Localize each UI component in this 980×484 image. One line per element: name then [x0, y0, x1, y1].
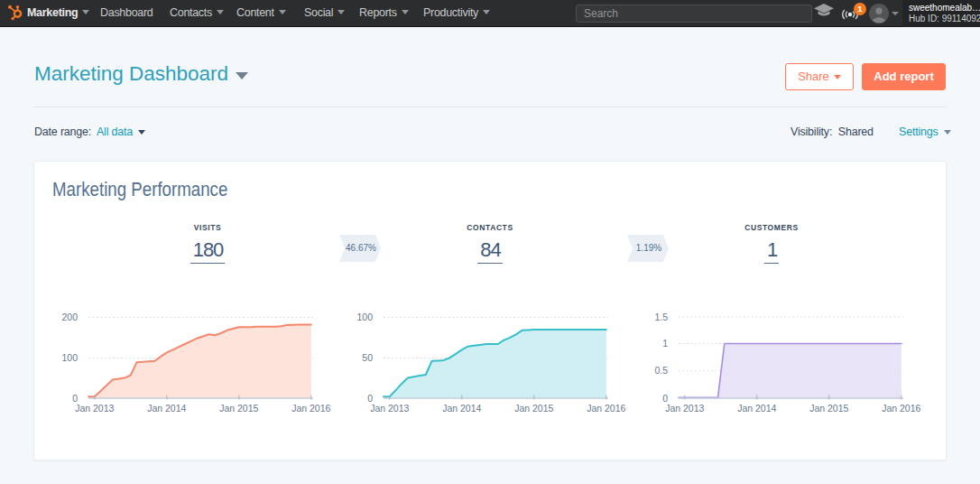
svg-text:0.5: 0.5	[654, 365, 668, 376]
svg-text:1.5: 1.5	[654, 312, 668, 322]
svg-text:Jan 2016: Jan 2016	[882, 403, 920, 414]
svg-text:Jan 2013: Jan 2013	[665, 403, 704, 414]
svg-text:0: 0	[662, 393, 668, 404]
svg-text:1: 1	[662, 338, 668, 349]
svg-text:Jan 2014: Jan 2014	[737, 403, 776, 414]
svg-text:Jan 2015: Jan 2015	[809, 403, 848, 414]
